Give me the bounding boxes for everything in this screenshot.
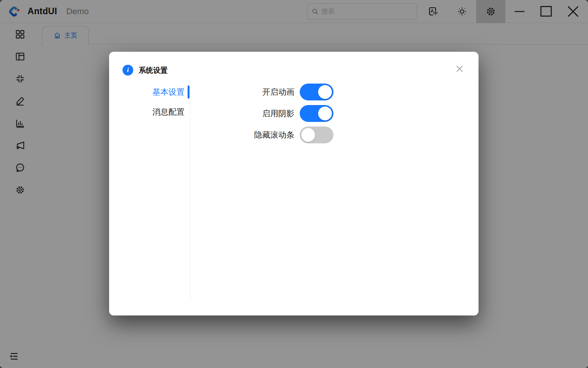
setting-label: 隐藏滚动条 bbox=[190, 130, 294, 140]
menu-item-label: 基本设置 bbox=[152, 87, 185, 97]
menu-item-label: 消息配置 bbox=[152, 107, 185, 117]
settings-menu: 基本设置 消息配置 bbox=[109, 80, 190, 301]
toggle-knob bbox=[301, 128, 315, 142]
settings-dialog: i 系统设置 基本设置 消息配置 开启动画 bbox=[109, 52, 479, 315]
app-window: AntdUI Demo A 中 bbox=[0, 0, 588, 368]
hide-scrollbar-toggle[interactable] bbox=[300, 127, 333, 143]
menu-item-message-config[interactable]: 消息配置 bbox=[109, 102, 190, 122]
menu-item-basic-settings[interactable]: 基本设置 bbox=[109, 82, 190, 102]
toggle-knob bbox=[318, 85, 332, 99]
dialog-header: i 系统设置 bbox=[109, 52, 479, 80]
toggle-knob bbox=[318, 107, 332, 120]
settings-panel: 开启动画 启用阴影 隐藏滚动条 bbox=[190, 80, 479, 301]
setting-row-animation: 开启动画 bbox=[190, 84, 479, 100]
setting-row-scrollbar: 隐藏滚动条 bbox=[190, 127, 479, 143]
close-icon bbox=[456, 65, 463, 72]
dialog-title: 系统设置 bbox=[139, 66, 168, 76]
shadow-toggle[interactable] bbox=[300, 105, 333, 122]
setting-label: 启用阴影 bbox=[190, 108, 294, 119]
setting-row-shadow: 启用阴影 bbox=[190, 105, 479, 122]
dialog-close-button[interactable] bbox=[453, 62, 466, 75]
dialog-body: 基本设置 消息配置 开启动画 启用阴影 隐藏滚动条 bbox=[109, 80, 479, 301]
info-circle-icon: i bbox=[122, 65, 133, 76]
animation-toggle[interactable] bbox=[300, 84, 333, 100]
active-indicator bbox=[188, 85, 189, 99]
setting-label: 开启动画 bbox=[190, 87, 294, 97]
